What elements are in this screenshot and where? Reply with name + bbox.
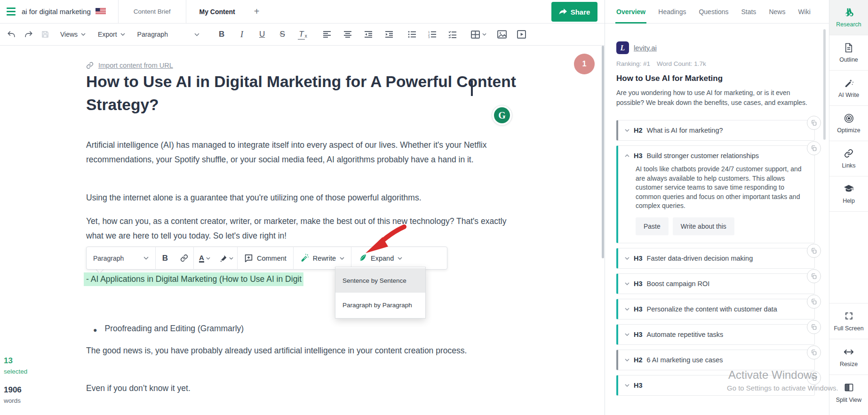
selection-paragraph-style-select[interactable]: Paragraph [87,255,155,262]
numbered-list-button[interactable]: 123 [422,26,443,43]
heading-card[interactable]: H3 Build stronger customer relationships… [616,145,815,243]
rail-item-optimize[interactable]: Optimize [829,106,868,141]
chevron-up-icon[interactable] [625,154,629,157]
underline-button[interactable]: U [252,26,272,43]
copy-heading-button[interactable] [807,269,821,283]
chevron-down-icon[interactable] [625,308,629,311]
table-button[interactable] [466,26,492,43]
save-button[interactable] [37,26,54,43]
grammarly-icon[interactable]: G [492,105,512,125]
ranking-badge[interactable]: 1 [574,54,595,74]
paste-button[interactable]: Paste [636,217,669,235]
paragraph[interactable]: The good news is, you have probably alre… [86,343,523,358]
list-item[interactable]: ● Proofreading and Editing (Grammarly) [93,324,244,336]
heading-card[interactable]: H3 [616,375,815,396]
source-link[interactable]: levity.ai [634,44,657,52]
heading-card[interactable]: H3 Boost campaign ROI [616,273,815,294]
bold-button[interactable]: B [212,26,232,43]
rail-item-ai-write[interactable]: AI Write [829,71,868,106]
document-title[interactable]: How to Use AI in Digital Marketing for A… [86,70,524,116]
heading-tag: H3 [634,255,643,262]
heading-text: What is AI for marketing? [647,127,723,134]
chevron-down-icon[interactable] [625,257,629,260]
editor-scrollbar[interactable] [602,46,604,258]
paragraph-style-select[interactable]: Paragraph [137,31,199,38]
insert-image-button[interactable] [492,26,512,43]
rail-item-resize[interactable]: Resize [829,339,868,375]
views-dropdown[interactable]: Views [60,31,86,38]
chevron-down-icon[interactable] [625,333,629,336]
chevron-down-icon[interactable] [625,384,629,387]
heading-body: AI tools like chatbots provide 24/7 cust… [636,165,808,211]
export-dropdown[interactable]: Export [98,31,125,38]
chevron-down-icon[interactable] [625,282,629,285]
add-tab-button[interactable]: + [248,6,265,17]
feather-icon [358,254,367,263]
rail-item-help[interactable]: Help [829,176,868,212]
heading-card[interactable]: H2 6 AI marketing use cases [616,350,815,370]
expand-button[interactable]: Expand [351,247,409,270]
strikethrough-button[interactable]: S [272,26,293,43]
tab-content-brief[interactable]: Content Brief [119,0,186,24]
clear-formatting-button[interactable]: Tx [293,26,313,43]
share-button[interactable]: Share [551,2,597,22]
chevron-down-icon [120,33,125,36]
highlight-color-button[interactable] [215,247,237,270]
copy-heading-button[interactable] [807,295,821,309]
document-canvas[interactable]: Import content from URL How to Use AI in… [0,46,605,415]
rewrite-menu-item-sentence-by-sentence[interactable]: Sentence by Sentence [335,268,425,293]
research-tab-wiki[interactable]: Wiki [798,0,810,24]
write-about-this-button[interactable]: Write about this [673,217,734,235]
comment-button[interactable]: Comment [238,247,293,270]
rewrite-menu-item-paragraph-by-paragraph[interactable]: Paragraph by Paragraph [335,293,425,317]
check-list-button[interactable] [443,26,463,43]
copy-heading-button[interactable] [807,116,821,130]
bullet-list-button[interactable] [402,26,422,43]
hamburger-menu-icon[interactable] [0,0,16,24]
redo-button[interactable] [20,26,37,43]
source-row: L levity.ai [616,41,815,54]
rail-item-split-view[interactable]: Split View [829,375,868,410]
italic-button[interactable]: I [232,26,252,43]
paragraph[interactable]: Yet, how can you, as a content creator, … [86,214,523,243]
bold-button[interactable]: B [156,247,175,270]
paragraph[interactable]: Artificial intelligence (AI) has managed… [86,138,523,167]
research-tab-headings[interactable]: Headings [658,0,686,24]
research-tab-news[interactable]: News [769,0,785,24]
align-left-button[interactable] [317,26,337,43]
chevron-down-icon [206,257,210,260]
indent-button[interactable] [379,26,399,43]
heading-card[interactable]: H3 Personalize the content with customer… [616,299,815,319]
heading-card[interactable]: H3 Automate repetitive tasks [616,324,815,345]
rail-item-full-screen[interactable]: Full Screen [829,303,868,339]
undo-button[interactable] [3,26,20,43]
chevron-down-icon[interactable] [625,359,629,361]
panel-scrollbar[interactable] [823,29,826,140]
heading-card[interactable]: H3 Faster data-driven decision making [616,248,815,269]
target-icon [844,113,854,123]
copy-heading-button[interactable] [807,345,821,359]
copy-heading-button[interactable] [807,244,821,258]
heading-card[interactable]: H2 What is AI for marketing? [616,120,815,141]
rail-item-links[interactable]: Links [829,141,868,176]
research-tab-questions[interactable]: Questions [699,0,728,24]
paragraph[interactable]: Even if you don’t know it yet. [86,381,523,396]
insert-video-button[interactable] [512,26,532,43]
tab-my-content[interactable]: My Content [186,0,248,24]
copy-heading-button[interactable] [807,141,821,155]
research-tab-overview[interactable]: Overview [616,0,645,24]
research-tab-stats[interactable]: Stats [741,0,756,24]
copy-heading-button[interactable] [807,320,821,334]
copy-heading-button[interactable] [807,371,821,385]
text-color-button[interactable]: A [194,247,215,270]
insert-link-button[interactable] [175,247,193,270]
outdent-button[interactable] [358,26,379,43]
rail-item-outline[interactable]: Outline [829,35,868,71]
chevron-down-icon[interactable] [625,129,629,132]
rewrite-button[interactable]: Rewrite [294,247,351,270]
highlighted-selection[interactable]: - AI Applications in Digital Marketing (… [84,274,303,284]
import-content-link[interactable]: Import content from URL [86,62,173,69]
align-center-button[interactable] [337,26,358,43]
paragraph[interactable]: Using the internet alone is a guarantee … [86,191,523,205]
rail-item-research[interactable]: Research [829,0,868,35]
